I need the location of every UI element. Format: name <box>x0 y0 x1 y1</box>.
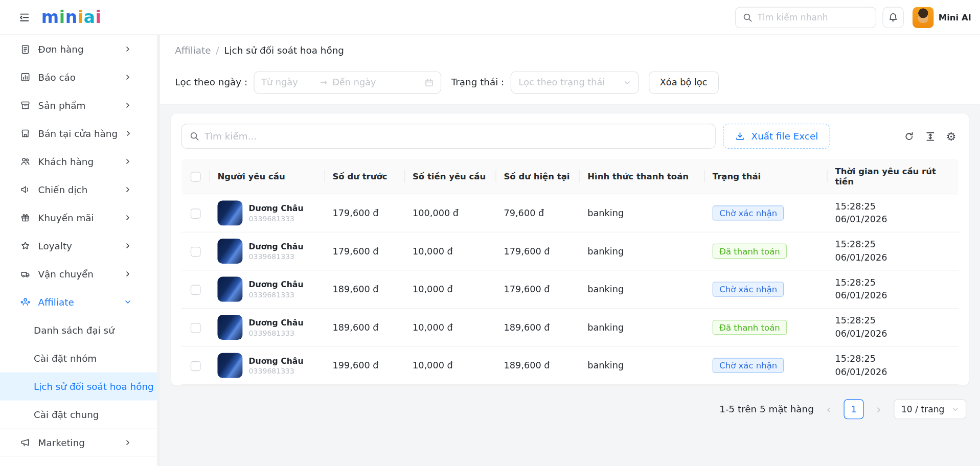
app-root: miniai Mini AI Đơn hàng B <box>0 0 980 466</box>
row-checkbox[interactable] <box>191 208 201 219</box>
sidebar-item-affiliate[interactable]: Affiliate <box>0 288 160 316</box>
page-size-value: 10 / trang <box>901 404 944 414</box>
orders-icon <box>20 44 31 55</box>
brand-logo[interactable]: miniai <box>41 8 102 27</box>
requester-name: Dương Châu <box>249 279 304 289</box>
sidebar-item-van-chuyen[interactable]: Vận chuyển <box>0 260 160 288</box>
requester-avatar <box>217 200 242 225</box>
sidebar-item-label: Loyalty <box>38 240 117 251</box>
sidebar-toggle-button[interactable] <box>19 12 30 23</box>
table-row[interactable]: Dương Châu 0339681333 189,600 đ 10,000 đ… <box>181 308 959 346</box>
commission-table: Người yêu cầu Số dư trước Số tiền yêu cầ… <box>181 159 959 385</box>
cell-balance-before: 199,600 đ <box>325 346 405 385</box>
customers-icon <box>20 156 31 167</box>
export-excel-button[interactable]: Xuất file Excel <box>723 124 830 149</box>
breadcrumb-separator: / <box>216 45 219 56</box>
table-search[interactable] <box>181 124 716 149</box>
row-checkbox[interactable] <box>191 361 201 371</box>
settings-gear-icon[interactable]: ⚙ <box>946 131 956 142</box>
reports-icon <box>20 72 31 83</box>
table-row[interactable]: Dương Châu 0339681333 199,600 đ 10,000 đ… <box>181 346 959 385</box>
page-content: Xuất file Excel ⚙ <box>160 104 980 466</box>
cell-payment-method: banking <box>580 346 705 385</box>
chevron-down-icon <box>952 406 959 412</box>
cell-amount-requested: 10,000 đ <box>405 346 496 385</box>
sidebar-item-khuyen-mai[interactable]: Khuyến mãi <box>0 204 160 232</box>
sidebar-subitem-cai-dat-chung[interactable]: Cài đặt chung <box>0 401 160 429</box>
chevron-right-icon <box>125 130 132 136</box>
requester-phone: 0339681333 <box>249 366 304 375</box>
sidebar-subitem-danh-sach-dai-su[interactable]: Danh sách đại sứ <box>0 316 160 344</box>
chevron-right-icon <box>124 242 131 249</box>
clear-filters-button[interactable]: Xóa bộ lọc <box>649 71 719 94</box>
quick-search-input[interactable] <box>757 12 869 22</box>
table-search-input[interactable] <box>204 131 708 142</box>
sidebar-item-san-pham[interactable]: Sản phẩm <box>0 91 160 119</box>
campaign-icon <box>20 184 31 195</box>
column-header: Số dư trước <box>325 159 405 194</box>
chevron-right-icon <box>124 74 131 80</box>
requester-name: Dương Châu <box>249 203 304 213</box>
column-height-icon[interactable] <box>925 131 936 142</box>
table-row[interactable]: Dương Châu 0339681333 189,600 đ 10,000 đ… <box>181 270 959 309</box>
cell-balance-before: 189,600 đ <box>325 308 405 346</box>
table-tools: ⚙ <box>904 131 959 142</box>
table-row[interactable]: Dương Châu 0339681333 179,600 đ 100,000 … <box>181 194 959 232</box>
next-page-button[interactable]: › <box>873 403 885 416</box>
to-date-input[interactable] <box>332 78 419 88</box>
sidebar-subitem-lich-su-doi-soat[interactable]: Lịch sử đối soát hoa hồng <box>0 372 160 401</box>
column-header: Thời gian yêu cầu rút tiền <box>828 159 959 194</box>
requester-name: Dương Châu <box>249 318 304 327</box>
page-size-select[interactable]: 10 / trang <box>894 399 966 419</box>
row-checkbox[interactable] <box>191 285 201 295</box>
cell-payment-method: banking <box>580 308 705 346</box>
sidebar-item-marketing[interactable]: Marketing <box>0 429 160 457</box>
user-avatar[interactable] <box>912 7 933 28</box>
requester-avatar <box>217 239 242 264</box>
page-number-button[interactable]: 1 <box>844 399 863 419</box>
sidebar-item-bao-cao[interactable]: Báo cáo <box>0 63 160 91</box>
notification-button[interactable] <box>882 7 904 28</box>
cell-amount-requested: 10,000 đ <box>405 270 496 309</box>
request-time: 15:28:25 <box>835 276 951 289</box>
sidebar-item-label: Sản phẩm <box>38 100 117 111</box>
user-name[interactable]: Mini AI <box>939 12 971 22</box>
requester-phone: 0339681333 <box>249 329 304 337</box>
affiliate-icon <box>20 297 31 308</box>
row-checkbox[interactable] <box>191 323 201 333</box>
brand-letter: a <box>84 8 96 27</box>
status-filter-select[interactable]: Lọc theo trạng thái <box>511 71 639 94</box>
sidebar-item-label: Đơn hàng <box>38 43 117 55</box>
prev-page-button[interactable]: ‹ <box>823 403 835 416</box>
sidebar-item-khach-hang[interactable]: Khách hàng <box>0 148 160 176</box>
chevron-right-icon <box>124 439 131 446</box>
sidebar-item-ban-tai-cua-hang[interactable]: Bán tại cửa hàng <box>0 120 160 148</box>
sidebar-item-don-hang[interactable]: Đơn hàng <box>0 35 160 63</box>
requester-avatar <box>217 315 242 340</box>
request-time: 15:28:25 <box>835 200 951 213</box>
table-toolbar: Xuất file Excel ⚙ <box>181 124 959 149</box>
chevron-right-icon <box>124 214 131 221</box>
date-range-picker[interactable]: → <box>254 71 441 94</box>
pagination-summary: 1-5 trên 5 mặt hàng <box>719 404 814 415</box>
loyalty-icon <box>20 241 31 251</box>
refresh-icon[interactable] <box>904 131 915 142</box>
sidebar-item-loyalty[interactable]: Loyalty <box>0 232 160 260</box>
select-all-checkbox[interactable] <box>191 172 201 182</box>
quick-search[interactable] <box>735 7 876 28</box>
pagination: 1-5 trên 5 mặt hàng ‹ 1 › 10 / trang <box>171 399 969 419</box>
products-icon <box>20 100 31 111</box>
brand-letter: m <box>41 8 59 27</box>
breadcrumb-parent[interactable]: Affiliate <box>175 45 211 56</box>
bell-icon <box>888 12 898 22</box>
table-row[interactable]: Dương Châu 0339681333 179,600 đ 10,000 đ… <box>181 232 959 270</box>
brand-letter: i <box>96 8 102 27</box>
search-icon <box>742 12 753 22</box>
row-checkbox[interactable] <box>191 246 201 257</box>
sidebar-subitem-cai-dat-nhom[interactable]: Cài đặt nhóm <box>0 344 160 372</box>
sidebar-item-label: Chiến dịch <box>38 184 117 195</box>
status-filter-label: Trạng thái : <box>451 77 505 88</box>
sidebar-subitem-label: Danh sách đại sứ <box>34 324 115 336</box>
from-date-input[interactable] <box>261 78 315 88</box>
sidebar-item-chien-dich[interactable]: Chiến dịch <box>0 176 160 204</box>
